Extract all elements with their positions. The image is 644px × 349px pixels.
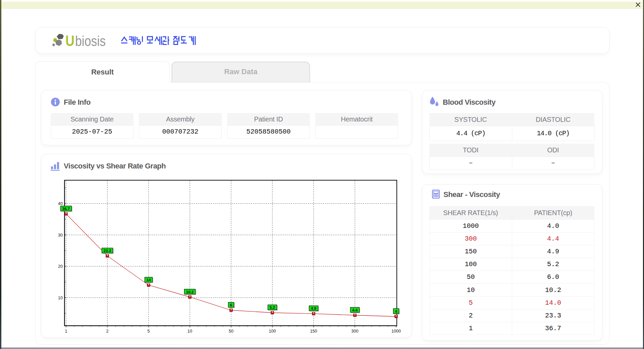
svg-text:14: 14 [147,278,151,282]
svg-text:5.2: 5.2 [270,305,275,309]
svg-text:4: 4 [395,309,397,313]
svg-text:40: 40 [58,201,63,206]
svg-text:5: 5 [148,329,150,334]
svg-text:6: 6 [230,303,232,307]
svg-text:4.9: 4.9 [311,306,316,310]
svg-text:300: 300 [352,329,359,334]
svg-text:50: 50 [229,329,233,334]
svg-text:10: 10 [58,296,63,300]
svg-text:4.4: 4.4 [352,308,358,312]
svg-text:10.2: 10.2 [186,290,194,294]
svg-text:36.7: 36.7 [62,207,70,211]
svg-text:150: 150 [310,329,317,334]
svg-text:1000: 1000 [391,329,401,334]
svg-text:2: 2 [106,329,109,334]
svg-text:1: 1 [65,329,67,334]
svg-text:10: 10 [187,329,192,334]
svg-text:23.3: 23.3 [104,249,111,253]
svg-text:U: U [65,33,74,48]
svg-text:30: 30 [58,233,63,238]
svg-text:biosis: biosis [75,33,106,48]
svg-text:100: 100 [269,329,276,334]
svg-text:20: 20 [58,264,63,269]
